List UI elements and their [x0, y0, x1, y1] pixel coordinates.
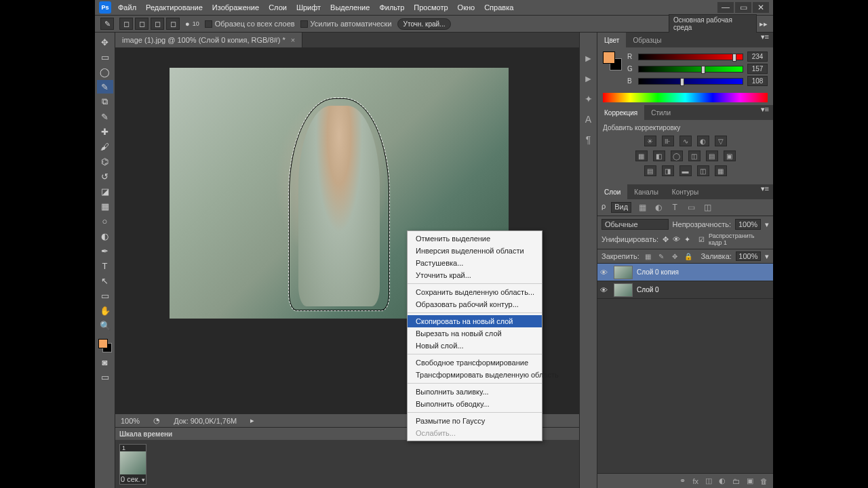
mixer-adj-icon[interactable]: ◫ — [688, 150, 701, 161]
menu-filter[interactable]: Фильтр — [379, 3, 404, 12]
intersect-sel-icon[interactable]: ◻ — [166, 18, 180, 30]
brush-size[interactable]: 10 — [193, 20, 199, 27]
exposure-adj-icon[interactable]: ◐ — [697, 136, 709, 146]
actions-panel-icon[interactable]: ► — [584, 73, 593, 84]
history-brush-tool[interactable]: ↺ — [97, 169, 113, 183]
type-tool[interactable]: T — [97, 259, 113, 272]
workspace-dropdown[interactable]: Основная рабочая среда — [669, 14, 757, 33]
filter-pixel-icon[interactable]: ▦ — [637, 202, 648, 213]
dodge-tool[interactable]: ◐ — [97, 229, 113, 243]
layer-name[interactable]: Слой 0 — [637, 286, 659, 293]
lookup-adj-icon[interactable]: ▤ — [706, 150, 718, 161]
crop-tool[interactable]: ⧉ — [97, 95, 113, 108]
screenmode-tool[interactable]: ▭ — [97, 370, 113, 384]
link-layers-icon[interactable]: ⚭ — [679, 476, 686, 485]
panel-menu-icon[interactable]: ▾≡ — [757, 184, 773, 199]
menu-select[interactable]: Выделение — [330, 3, 370, 12]
menu-file[interactable]: Файл — [118, 3, 136, 12]
posterize-adj-icon[interactable]: ▤ — [644, 165, 656, 176]
channels-tab[interactable]: Каналы — [627, 184, 665, 199]
layer-fx-icon[interactable]: fx — [692, 477, 698, 485]
invert-adj-icon[interactable]: ▣ — [724, 150, 736, 161]
gradmap-adj-icon[interactable]: ▬ — [679, 165, 692, 176]
ctx-gaussian-blur[interactable]: Размытие по Гауссу — [408, 415, 542, 427]
photofilter-adj-icon[interactable]: ◯ — [671, 150, 683, 161]
swatches-tab[interactable]: Образцы — [626, 33, 668, 47]
filter-adj-icon[interactable]: ◐ — [653, 202, 664, 213]
more-adj-icon[interactable]: ▦ — [715, 165, 727, 176]
sub-sel-icon[interactable]: ◻ — [151, 18, 164, 30]
hand-tool[interactable]: ✋ — [97, 304, 113, 317]
status-arrow-icon[interactable]: ▸ — [250, 416, 254, 425]
sample-all-checkbox[interactable]: Образец со всех слоев — [205, 20, 295, 28]
ctx-refine[interactable]: Уточнить край... — [408, 269, 542, 281]
document-tab[interactable]: image (1).jpg @ 100% (Слой 0 копия, RGB/… — [115, 33, 302, 47]
zoom-level[interactable]: 100% — [121, 417, 140, 425]
b-value[interactable]: 108 — [747, 76, 768, 86]
kind-dropdown[interactable]: Вид — [611, 202, 631, 213]
r-value[interactable]: 234 — [747, 52, 768, 62]
levels-adj-icon[interactable]: ⊪ — [662, 136, 674, 146]
add-sel-icon[interactable]: ◻ — [135, 18, 149, 30]
menu-image[interactable]: Изображение — [212, 3, 259, 12]
opacity-input[interactable]: 100% — [735, 219, 761, 230]
unify-position-icon[interactable]: ✥ — [663, 235, 669, 244]
g-slider[interactable] — [638, 66, 743, 73]
layer-mask-icon[interactable]: ◫ — [705, 476, 712, 485]
blend-mode-dropdown[interactable]: Обычные — [601, 219, 669, 230]
quickmask-tool[interactable]: ◙ — [97, 355, 113, 369]
eraser-tool[interactable]: ◪ — [97, 184, 113, 198]
ctx-free-transform[interactable]: Свободное трансформирование — [408, 357, 542, 369]
g-value[interactable]: 157 — [747, 64, 768, 74]
marquee-tool[interactable]: ▭ — [97, 50, 113, 64]
auto-enhance-checkbox[interactable]: Усилить автоматически — [300, 20, 392, 28]
brush-tool[interactable]: 🖌 — [97, 140, 113, 153]
color-swatches[interactable] — [97, 338, 113, 354]
unify-style-icon[interactable]: ✦ — [684, 235, 690, 244]
ctx-copy-to-new-layer[interactable]: Скопировать на новый слой — [408, 315, 542, 327]
lasso-tool[interactable]: ◯ — [97, 65, 113, 79]
gradient-tool[interactable]: ▦ — [97, 199, 113, 213]
adjustment-layer-icon[interactable]: ◐ — [719, 476, 726, 485]
layer-thumbnail[interactable] — [614, 266, 633, 279]
color-swatch-pair[interactable] — [603, 52, 622, 70]
panel-menu-icon[interactable]: ▾≡ — [757, 105, 773, 120]
menu-view[interactable]: Просмотр — [414, 3, 448, 12]
ctx-make-workpath[interactable]: Образовать рабочий контур... — [408, 298, 542, 310]
refine-edge-button[interactable]: Уточн. край... — [397, 18, 452, 30]
ctx-cut-to-new-layer[interactable]: Вырезать на новый слой — [408, 327, 542, 340]
lock-transparency-icon[interactable]: ▦ — [644, 251, 653, 261]
delete-layer-icon[interactable]: 🗑 — [760, 477, 768, 485]
filter-shape-icon[interactable]: ▭ — [686, 202, 696, 213]
b-slider[interactable] — [638, 78, 743, 85]
vibrance-adj-icon[interactable]: ▽ — [715, 136, 727, 146]
minimize-button[interactable]: — — [717, 2, 734, 13]
lock-pixels-icon[interactable]: ✎ — [656, 251, 666, 261]
layer-row[interactable]: 👁 Слой 0 копия — [597, 264, 773, 281]
propagate-label[interactable]: Распространить кадр 1 — [709, 232, 769, 246]
ctx-deselect[interactable]: Отменить выделение — [408, 232, 542, 245]
visibility-icon[interactable]: 👁 — [600, 268, 610, 277]
fill-dropdown-icon[interactable]: ▾ — [765, 252, 769, 261]
lock-all-icon[interactable]: 🔒 — [684, 251, 693, 261]
pen-tool[interactable]: ✒ — [97, 244, 113, 258]
panel-menu-icon[interactable]: ▾≡ — [757, 33, 773, 47]
layer-row[interactable]: 👁 Слой 0 — [597, 281, 773, 299]
visibility-icon[interactable]: 👁 — [600, 286, 610, 294]
foreground-swatch[interactable] — [98, 339, 108, 348]
close-button[interactable]: ✕ — [753, 2, 769, 13]
layer-name[interactable]: Слой 0 копия — [637, 268, 679, 276]
bw-adj-icon[interactable]: ◧ — [653, 150, 665, 161]
rectangle-tool[interactable]: ▭ — [97, 289, 113, 302]
healing-brush-tool[interactable]: ✚ — [97, 125, 113, 138]
menu-edit[interactable]: Редактирование — [146, 3, 203, 12]
quick-selection-tool[interactable]: ✎ — [97, 80, 113, 94]
layers-tab[interactable]: Слои — [597, 184, 627, 199]
character-panel-icon[interactable]: A — [585, 114, 591, 125]
r-slider[interactable] — [638, 54, 743, 60]
expand-status-icon[interactable]: ◔ — [153, 416, 160, 425]
brightness-adj-icon[interactable]: ☀ — [644, 136, 656, 146]
unify-visibility-icon[interactable]: 👁 — [673, 235, 680, 243]
menu-layer[interactable]: Слои — [269, 3, 287, 12]
ctx-fill[interactable]: Выполнить заливку... — [408, 386, 542, 398]
